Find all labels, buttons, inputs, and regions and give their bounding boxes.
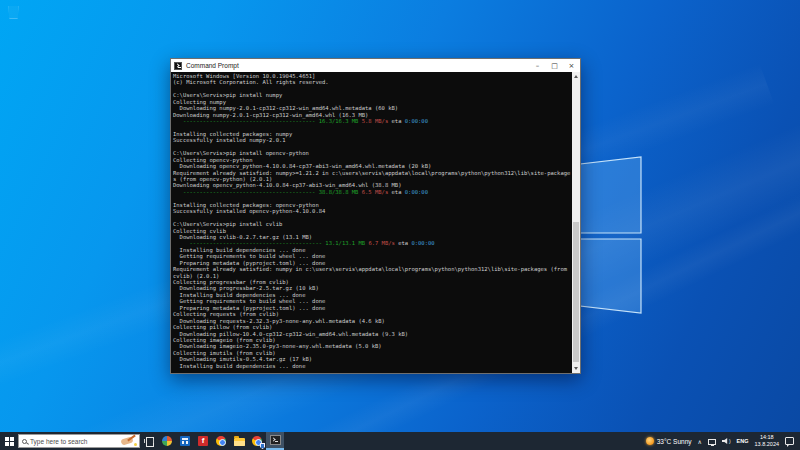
scroll-up-arrow-icon[interactable] xyxy=(572,72,580,81)
search-placeholder: Type here to search xyxy=(30,438,87,445)
windows-start-icon xyxy=(5,437,14,446)
close-button[interactable]: × xyxy=(563,59,580,72)
file-explorer-icon xyxy=(234,438,245,446)
console-area[interactable]: Microsoft Windows [Version 10.0.19045.46… xyxy=(171,72,580,373)
search-highlight-graphic[interactable] xyxy=(117,436,137,447)
taskbar-app-facebook[interactable]: f xyxy=(194,432,212,450)
command-prompt-taskbar-icon xyxy=(270,435,281,445)
weather-widget[interactable]: 33°C Sunny xyxy=(643,432,695,450)
scroll-down-arrow-icon[interactable] xyxy=(572,364,580,373)
language-indicator[interactable]: ENG xyxy=(734,432,752,450)
command-prompt-window[interactable]: Command Prompt – □ × Microsoft Windows [… xyxy=(170,58,581,374)
microsoft-365-icon xyxy=(162,436,172,446)
facebook-icon: f xyxy=(198,436,208,446)
taskbar-app-chrome[interactable] xyxy=(212,432,230,450)
weather-condition: Sunny xyxy=(673,438,691,445)
window-title: Command Prompt xyxy=(186,62,239,69)
taskbar-app-microsoft-365[interactable] xyxy=(158,432,176,450)
window-titlebar[interactable]: Command Prompt – □ × xyxy=(171,59,580,72)
action-center-icon xyxy=(785,437,794,445)
weather-temp: 33°C xyxy=(657,438,672,445)
recycle-bin-icon[interactable] xyxy=(8,6,19,19)
speaker-icon xyxy=(722,438,729,444)
clock-date: 13.8.2024 xyxy=(755,441,779,448)
scrollbar-thumb[interactable] xyxy=(573,222,579,362)
hidden-icons-button[interactable]: ∧ xyxy=(695,432,705,450)
task-view-icon xyxy=(144,437,154,445)
screen: Command Prompt – □ × Microsoft Windows [… xyxy=(0,0,800,450)
speaker-wave-icon: ) xyxy=(729,438,731,444)
taskbar-app-command-prompt-active[interactable] xyxy=(266,432,284,450)
minimize-button[interactable]: – xyxy=(529,59,546,72)
maximize-button[interactable]: □ xyxy=(546,59,563,72)
clock-time: 14:18 xyxy=(760,434,774,441)
taskbar-app-file-explorer[interactable] xyxy=(230,432,248,450)
clock[interactable]: 14:18 13.8.2024 xyxy=(752,432,782,450)
volume-tray-button[interactable]: ) xyxy=(719,432,734,450)
network-icon xyxy=(708,439,716,445)
scrollbar[interactable] xyxy=(572,72,580,373)
command-prompt-icon xyxy=(174,62,182,70)
action-center-button[interactable] xyxy=(782,432,797,450)
taskbar: Type here to search f 33°C Su xyxy=(0,432,800,450)
taskbar-app-browser-shield[interactable] xyxy=(248,432,266,450)
search-input[interactable]: Type here to search xyxy=(18,434,140,448)
taskbar-app-blue-tile[interactable] xyxy=(176,432,194,450)
blue-tile-app-icon xyxy=(180,436,190,446)
shield-badge-icon xyxy=(260,443,265,449)
console-output: Microsoft Windows [Version 10.0.19045.46… xyxy=(173,73,571,369)
chrome-icon xyxy=(216,436,226,446)
task-view-button[interactable] xyxy=(140,432,158,450)
chevron-up-icon: ∧ xyxy=(698,438,702,445)
start-button[interactable] xyxy=(0,432,18,450)
sun-weather-icon xyxy=(646,437,654,445)
network-tray-button[interactable] xyxy=(705,432,719,450)
search-icon xyxy=(22,439,27,444)
